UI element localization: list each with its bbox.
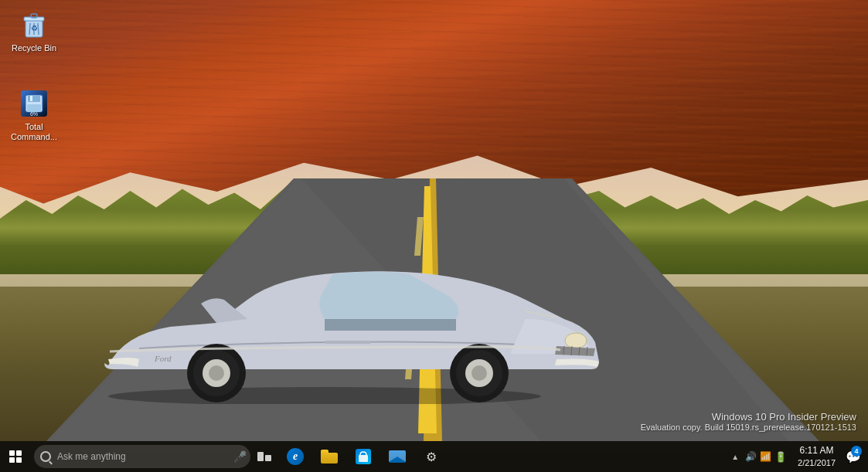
watermark-line1: Windows 10 Pro Insider Preview [641, 411, 856, 423]
svg-point-18 [565, 333, 587, 348]
taskbar-apps: e ⚙ [278, 441, 730, 472]
store-button[interactable] [346, 441, 380, 472]
windows-logo-icon [9, 450, 22, 463]
notification-badge: 4 [851, 446, 862, 457]
clock-date: 2/21/2017 [798, 457, 836, 468]
edge-icon: e [287, 448, 304, 465]
svg-text:6%: 6% [30, 111, 38, 117]
file-explorer-button[interactable] [312, 441, 346, 472]
classic-car-svg: Ford [62, 226, 603, 404]
mail-icon [389, 450, 406, 463]
svg-text:♻: ♻ [31, 24, 38, 32]
mail-button[interactable] [380, 441, 414, 472]
recycle-bin-image: ♻ [19, 9, 49, 40]
svg-point-13 [209, 365, 224, 381]
svg-point-17 [471, 365, 487, 381]
total-commander-image: 6% [19, 88, 49, 119]
total-commander-label: Total Command... [9, 122, 59, 142]
settings-icon: ⚙ [424, 449, 439, 464]
clock-time: 6:11 AM [800, 445, 834, 457]
task-view-button[interactable] [250, 441, 278, 472]
notification-button[interactable]: 💬 4 [842, 441, 865, 472]
tray-network-icon[interactable]: 📶 [760, 451, 771, 462]
clock-area[interactable]: 6:11 AM 2/21/2017 [791, 441, 842, 472]
svg-rect-31 [31, 14, 37, 18]
watermark: Windows 10 Pro Insider Preview Evaluatio… [641, 411, 856, 432]
system-tray: ▲ 🔊 📶 🔋 6:11 AM 2/21/2017 💬 4 [730, 441, 868, 472]
search-icon [40, 451, 51, 462]
total-commander-icon[interactable]: 6% Total Command... [6, 85, 62, 145]
recycle-bin-icon[interactable]: ♻ Recycle Bin [6, 6, 62, 56]
taskbar: Ask me anything 🎤 e [0, 441, 868, 472]
tray-icons: 🔊 📶 🔋 [740, 451, 791, 463]
store-icon [356, 449, 371, 464]
svg-line-29 [38, 23, 39, 35]
desktop: Ford ♻ Recycle Bin [0, 0, 868, 472]
folder-icon [321, 450, 338, 464]
edge-app-button[interactable]: e [278, 441, 312, 472]
svg-text:Ford: Ford [154, 354, 172, 363]
svg-rect-36 [28, 95, 40, 102]
start-button[interactable] [0, 441, 31, 472]
tray-overflow-button[interactable]: ▲ [730, 453, 740, 461]
settings-button[interactable]: ⚙ [414, 441, 448, 472]
recycle-bin-label: Recycle Bin [9, 43, 59, 53]
tray-volume-icon[interactable]: 🔊 [745, 451, 757, 462]
tray-battery-icon[interactable]: 🔋 [774, 451, 787, 463]
microphone-icon[interactable]: 🎤 [235, 450, 244, 463]
svg-rect-37 [30, 96, 32, 101]
task-view-icon [257, 452, 271, 461]
search-placeholder-text: Ask me anything [57, 451, 235, 462]
svg-rect-24 [325, 341, 371, 344]
svg-rect-40 [359, 455, 368, 462]
search-bar[interactable]: Ask me anything 🎤 [34, 445, 250, 468]
watermark-line2: Evaluation copy. Build 15019.rs_prerelea… [641, 423, 856, 432]
